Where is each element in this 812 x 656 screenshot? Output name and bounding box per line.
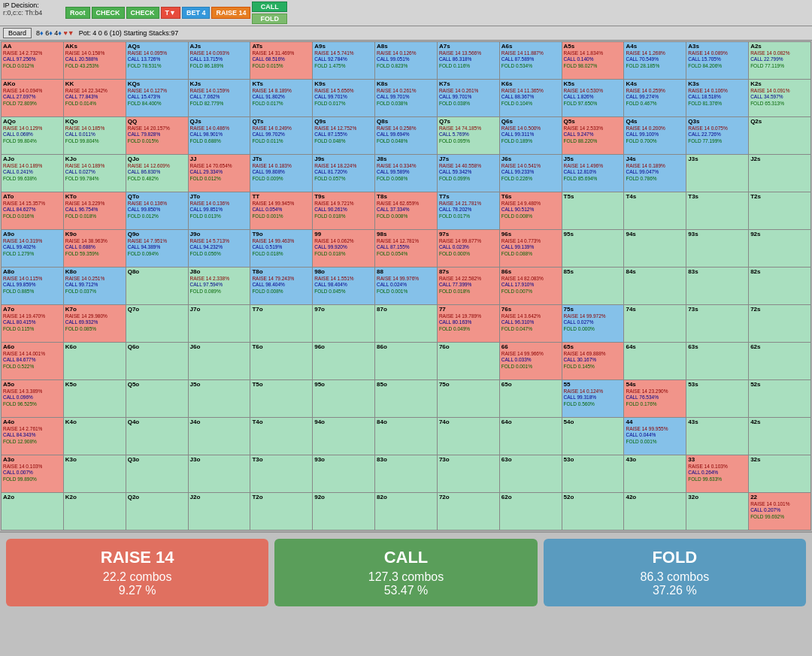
hand-cell-kts[interactable]: KTsRAISE 14 8.189%CALL 91.802%FOLD 0.017…	[250, 80, 313, 117]
hand-cell-q8o[interactable]: Q8o	[126, 268, 188, 305]
check-button-2[interactable]: CHECK	[126, 7, 159, 19]
hand-cell-k4o[interactable]: K4o	[63, 418, 126, 455]
hand-cell-42s[interactable]: 42s	[749, 418, 811, 455]
hand-cell-t5o[interactable]: T5o	[250, 380, 313, 418]
hand-cell-k2o[interactable]: K2o	[63, 493, 126, 531]
hand-cell-t3s[interactable]: T3s	[686, 192, 749, 230]
hand-cell-22[interactable]: 22RAISE 14 0.101%CALL 0.207%FOLD 99.692%	[749, 493, 811, 531]
hand-cell-96s[interactable]: 96sRAISE 14 0.773%CALL 99.139%FOLD 0.088…	[499, 230, 562, 268]
hand-cell-t9s[interactable]: T9sRAISE 14 9.721%CALL 90.261%FOLD 0.018…	[313, 192, 375, 230]
hand-cell-a9s[interactable]: A9sRAISE 14 5.741%CALL 92.784%FOLD 1.475…	[313, 42, 375, 80]
hand-cell-q4o[interactable]: Q4o	[126, 418, 188, 455]
hand-cell-85s[interactable]: 85s	[562, 268, 624, 305]
hand-cell-66[interactable]: 66RAISE 14 99.966%CALL 0.033%FOLD 0.001%	[499, 343, 562, 380]
hand-cell-a7s[interactable]: A7sRAISE 14 13.566%CALL 86.318%FOLD 0.11…	[437, 42, 499, 80]
call-button[interactable]: CALL	[252, 2, 287, 12]
hand-cell-q2s[interactable]: Q2s	[749, 117, 811, 155]
hand-cell-qts[interactable]: QTsRAISE 14 0.249%CALL 99.702%FOLD 0.011…	[250, 117, 313, 155]
hand-cell-qjs[interactable]: QJsRAISE 14 0.486%CALL 98.901%FOLD 0.688…	[188, 117, 250, 155]
hand-cell-k8s[interactable]: K8sRAISE 14 0.261%CALL 99.701%FOLD 0.038…	[375, 80, 438, 117]
hand-cell-j8s[interactable]: J8sRAISE 14 0.334%CALL 99.589%FOLD 0.068…	[375, 155, 438, 192]
hand-cell-94s[interactable]: 94s	[624, 230, 686, 268]
check-button-1[interactable]: CHECK	[92, 7, 125, 19]
hand-cell-64o[interactable]: 64o	[499, 418, 562, 455]
hand-cell-52o[interactable]: 52o	[562, 493, 624, 531]
hand-cell-j5s[interactable]: J5sRAISE 14 1.496%CALL 12.810%FOLD 85.69…	[562, 155, 624, 192]
hand-cell-54o[interactable]: 54o	[562, 418, 624, 455]
hand-cell-t8o[interactable]: T8oRAISE 14 79.243%CALL 98.404%FOLD 0.00…	[250, 268, 313, 305]
hand-cell-j5o[interactable]: J5o	[188, 380, 250, 418]
hand-cell-92s[interactable]: 92s	[749, 230, 811, 268]
hand-cell-ajo[interactable]: AJoRAISE 14 0.189%CALL 0.241%FOLD 99.638…	[2, 155, 64, 192]
hand-cell-t9o[interactable]: T9oRAISE 14 99.463%CALL 0.519%FOLD 0.018…	[250, 230, 313, 268]
hand-cell-k6s[interactable]: K6sRAISE 14 11.365%CALL 88.367%FOLD 0.10…	[499, 80, 562, 117]
hand-cell-kqo[interactable]: KQoRAISE 14 0.185%CALL 0.011%FOLD 99.804…	[63, 117, 126, 155]
hand-cell-74o[interactable]: 74o	[437, 418, 499, 455]
hand-cell-j4s[interactable]: J4sRAISE 14 0.189%CALL 99.047%FOLD 0.786…	[624, 155, 686, 192]
hand-cell-t7s[interactable]: T7sRAISE 14 21.781%CALL 78.202%FOLD 0.01…	[437, 192, 499, 230]
hand-cell-99[interactable]: 99RAISE 14 0.062%CALL 99.920%FOLD 0.018%	[313, 230, 375, 268]
hand-cell-t4o[interactable]: T4o	[250, 418, 313, 455]
hand-cell-a2s[interactable]: A2sRAISE 14 0.082%CALL 22.799%FOLD 77.11…	[749, 42, 811, 80]
hand-cell-aqo[interactable]: AQoRAISE 14 0.129%CALL 0.068%FOLD 99.804…	[2, 117, 64, 155]
hand-cell-q3s[interactable]: Q3sRAISE 14 0.075%CALL 22.726%FOLD 77.19…	[686, 117, 749, 155]
hand-cell-a7o[interactable]: A7oRAISE 14 19.470%CALL 80.415%FOLD 0.11…	[2, 305, 64, 343]
hand-cell-53o[interactable]: 53o	[562, 455, 624, 493]
hand-cell-ajs[interactable]: AJsRAISE 14 0.093%CALL 13.715%FOLD 86.18…	[188, 42, 250, 80]
hand-cell-65o[interactable]: 65o	[499, 380, 562, 418]
hand-cell-52s[interactable]: 52s	[749, 380, 811, 418]
hand-cell-33[interactable]: 33RAISE 14 0.103%CALL 0.264%FOLD 99.633%	[686, 455, 749, 493]
hand-cell-98o[interactable]: 98oRAISE 14 1.551%CALL 98.404%FOLD 0.045…	[313, 268, 375, 305]
hand-cell-93o[interactable]: 93o	[313, 455, 375, 493]
hand-cell-ako[interactable]: AKoRAISE 14 0.094%CALL 27.097%FOLD 72.80…	[2, 80, 64, 117]
hand-cell-j2o[interactable]: J2o	[188, 493, 250, 531]
hand-cell-q9o[interactable]: Q9oRAISE 14 7.951%CALL 94.389%FOLD 0.094…	[126, 230, 188, 268]
hand-cell-93s[interactable]: 93s	[686, 230, 749, 268]
hand-cell-j9o[interactable]: J9oRAISE 14 5.713%CALL 94.232%FOLD 0.056…	[188, 230, 250, 268]
hand-cell-55[interactable]: 55RAISE 14 0.124%CALL 99.318%FOLD 0.560%	[562, 380, 624, 418]
hand-cell-53s[interactable]: 53s	[686, 380, 749, 418]
hand-cell-j4o[interactable]: J4o	[188, 418, 250, 455]
hand-cell-k5o[interactable]: K5o	[63, 380, 126, 418]
hand-cell-72s[interactable]: 72s	[749, 305, 811, 343]
hand-cell-k7o[interactable]: K7oRAISE 14 29.980%CALL 69.932%FOLD 0.08…	[63, 305, 126, 343]
hand-cell-77[interactable]: 77RAISE 14 19.789%CALL 80.163%FOLD 0.049…	[437, 305, 499, 343]
hand-cell-85o[interactable]: 85o	[375, 380, 438, 418]
hand-cell-98s[interactable]: 98sRAISE 14 12.781%CALL 87.155%FOLD 0.05…	[375, 230, 438, 268]
fold-button[interactable]: FOLD	[252, 14, 287, 24]
hand-cell-97s[interactable]: 97sRAISE 14 99.877%CALL 0.023%FOLD 0.000…	[437, 230, 499, 268]
hand-cell-kjo[interactable]: KJoRAISE 14 0.189%CALL 0.027%FOLD 99.784…	[63, 155, 126, 192]
hand-cell-a4o[interactable]: A4oRAISE 14 2.761%CALL 84.343%FOLD 12.90…	[2, 418, 64, 455]
hand-cell-aqs[interactable]: AQsRAISE 14 0.095%CALL 13.726%FOLD 78.53…	[126, 42, 188, 80]
raise14-button[interactable]: RAISE 14	[211, 7, 250, 19]
board-button[interactable]: Board	[3, 28, 32, 38]
hand-cell-73s[interactable]: 73s	[686, 305, 749, 343]
hand-cell-96o[interactable]: 96o	[313, 343, 375, 380]
hand-cell-k7s[interactable]: K7sRAISE 14 0.261%CALL 99.701%FOLD 0.038…	[437, 80, 499, 117]
hand-cell-64s[interactable]: 64s	[624, 343, 686, 380]
hand-cell-t2s[interactable]: T2s	[749, 192, 811, 230]
hand-cell-j7s[interactable]: J7sRAISE 14 40.558%CALL 59.342%FOLD 0.09…	[437, 155, 499, 192]
hand-cell-74s[interactable]: 74s	[624, 305, 686, 343]
hand-cell-q2o[interactable]: Q2o	[126, 493, 188, 531]
hand-cell-k3s[interactable]: K3sRAISE 14 0.106%CALL 18.518%FOLD 81.37…	[686, 80, 749, 117]
hand-cell-32o[interactable]: 32o	[686, 493, 749, 531]
hand-cell-j8o[interactable]: J8oRAISE 14 2.338%CALL 97.594%FOLD 0.089…	[188, 268, 250, 305]
hand-cell-32s[interactable]: 32s	[749, 455, 811, 493]
hand-cell-kjs[interactable]: KJsRAISE 14 0.159%CALL 7.062%FOLD 82.779…	[188, 80, 250, 117]
hand-cell-qto[interactable]: QToRAISE 14 0.136%CALL 99.850%FOLD 0.012…	[126, 192, 188, 230]
hand-cell-97o[interactable]: 97o	[313, 305, 375, 343]
hand-cell-aks[interactable]: AKsRAISE 14 0.158%CALL 20.588%FOLD 43.25…	[63, 42, 126, 80]
hand-cell-t8s[interactable]: T8sRAISE 14 62.659%CALL 37.334%FOLD 0.00…	[375, 192, 438, 230]
hand-cell-a8o[interactable]: A8oRAISE 14 0.115%CALL 99.859%FOLD 0.885…	[2, 268, 64, 305]
hand-cell-a2o[interactable]: A2o	[2, 493, 64, 531]
hand-cell-jj[interactable]: JJRAISE 14 70.654%CALL 29.334%FOLD 0.012…	[188, 155, 250, 192]
hand-cell-92o[interactable]: 92o	[313, 493, 375, 531]
hand-cell-kto[interactable]: KToRAISE 14 3.229%CALL 96.754%FOLD 0.018…	[63, 192, 126, 230]
hand-cell-k4s[interactable]: K4sRAISE 14 0.259%CALL 99.274%FOLD 0.467…	[624, 80, 686, 117]
hand-cell-q7s[interactable]: Q7sRAISE 14 74.185%CALL 5.769%FOLD 0.095…	[437, 117, 499, 155]
hand-cell-t6o[interactable]: T6o	[250, 343, 313, 380]
hand-cell-a3o[interactable]: A3oRAISE 14 0.103%CALL 0.007%FOLD 99.890…	[2, 455, 64, 493]
hand-cell-k6o[interactable]: K6o	[63, 343, 126, 380]
hand-cell-75s[interactable]: 75sRAISE 14 99.972%CALL 0.027%FOLD 0.000…	[562, 305, 624, 343]
